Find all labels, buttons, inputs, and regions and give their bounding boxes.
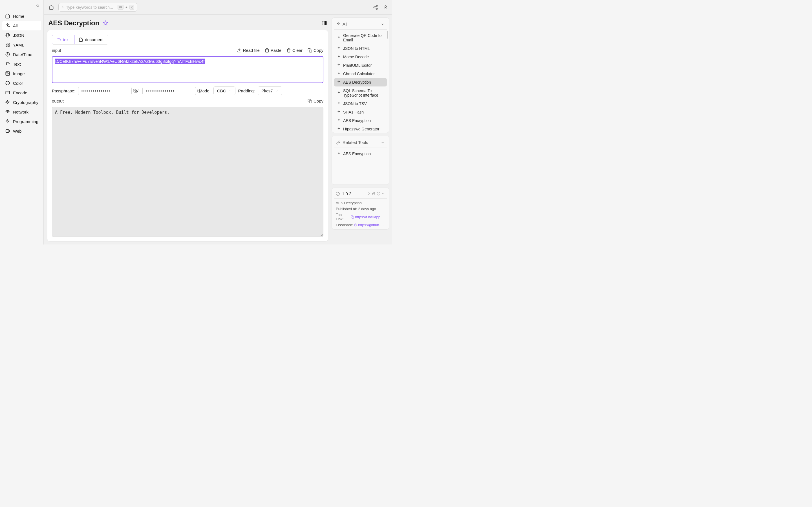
tool-link[interactable]: https://t.he3app.co… bbox=[355, 215, 385, 219]
nav-label: Home bbox=[13, 14, 24, 18]
copy-icon bbox=[308, 48, 312, 53]
chevron-down-icon[interactable] bbox=[380, 22, 385, 26]
tool-item-aes-decryption[interactable]: AES Decryption bbox=[334, 78, 387, 87]
mode-select[interactable]: CBC bbox=[213, 87, 236, 95]
sidebar-item-image[interactable]: Image bbox=[2, 69, 41, 78]
paste-icon bbox=[265, 48, 269, 53]
info-icon bbox=[336, 192, 340, 196]
share-button[interactable] bbox=[373, 5, 378, 10]
version-label: 1.0.2 bbox=[342, 191, 351, 196]
collapse-sidebar-button[interactable] bbox=[35, 2, 41, 9]
sparkle-icon bbox=[337, 119, 341, 122]
svg-point-23 bbox=[377, 192, 380, 195]
padding-select[interactable]: Pkcs7 bbox=[258, 87, 282, 95]
image-icon bbox=[5, 71, 10, 76]
info-name: AES Decryption bbox=[336, 201, 385, 205]
search-bar[interactable]: ⌘ + K bbox=[58, 3, 137, 11]
copy-icon[interactable] bbox=[351, 215, 354, 219]
trash-icon bbox=[287, 48, 291, 53]
bolt-icon bbox=[5, 100, 10, 105]
sidebar-item-json[interactable]: JSON bbox=[2, 31, 41, 40]
tool-item-morse[interactable]: Morse Decode bbox=[334, 53, 387, 61]
sparkle-icon bbox=[337, 72, 341, 76]
iv-label: IV: bbox=[135, 89, 140, 93]
favorite-button[interactable] bbox=[103, 20, 108, 26]
tool-item-sql-ts[interactable]: SQL Schema To TypeScript Interface bbox=[334, 87, 387, 100]
iv-input[interactable] bbox=[146, 89, 195, 93]
nav-label: Image bbox=[13, 71, 25, 76]
sparkle-icon bbox=[337, 110, 341, 114]
copy-input-button[interactable]: Copy bbox=[308, 48, 323, 53]
read-file-button[interactable]: Read file bbox=[237, 48, 260, 53]
passphrase-input[interactable] bbox=[81, 89, 131, 93]
tool-item-json-tsv[interactable]: JSON to TSV bbox=[334, 100, 387, 108]
iv-field[interactable] bbox=[142, 87, 196, 95]
nav-label: Programming bbox=[13, 119, 38, 124]
nav-label: All bbox=[13, 23, 18, 28]
tool-item-qr-email[interactable]: Generate QR Code for Email bbox=[334, 31, 387, 44]
tool-item-aes-encryption[interactable]: AES Encryption bbox=[334, 116, 387, 125]
svg-rect-2 bbox=[8, 43, 10, 45]
svg-point-15 bbox=[385, 6, 387, 7]
search-input[interactable] bbox=[66, 5, 115, 10]
color-icon bbox=[5, 80, 10, 86]
svg-point-11 bbox=[62, 6, 63, 8]
nav-label: Text bbox=[13, 62, 21, 66]
input-label: input bbox=[52, 48, 61, 53]
tool-item-plantuml[interactable]: PlantUML Editor bbox=[334, 61, 387, 69]
sidebar-item-all[interactable]: All bbox=[2, 21, 41, 31]
sidebar-item-web[interactable]: Web bbox=[2, 126, 41, 136]
chevron-down-icon[interactable] bbox=[382, 192, 385, 195]
svg-rect-17 bbox=[325, 21, 326, 25]
feedback-label: Feedback: bbox=[336, 223, 353, 227]
nav-label: Encode bbox=[13, 91, 28, 95]
scrollbar[interactable] bbox=[387, 31, 388, 39]
sparkle-icon bbox=[337, 91, 341, 95]
input-textarea[interactable]: D/CetKh7nw+lFu7rsvehRW1AeU6RwlZkzakA2AZI… bbox=[52, 56, 323, 83]
sparkle-icon bbox=[337, 102, 341, 106]
user-button[interactable] bbox=[383, 5, 388, 10]
output-textarea[interactable] bbox=[52, 107, 323, 237]
chevron-down-icon bbox=[275, 89, 278, 93]
clear-button[interactable]: Clear bbox=[287, 48, 303, 53]
sidebar-item-text[interactable]: Text bbox=[2, 59, 41, 69]
nav-label: Date/Time bbox=[13, 52, 33, 57]
padding-label: Padding: bbox=[238, 89, 255, 93]
sidebar-item-color[interactable]: Color bbox=[2, 78, 41, 88]
tool-item-chmod[interactable]: Chmod Calculator bbox=[334, 69, 387, 78]
sparkle-icon bbox=[337, 63, 341, 67]
tab-document[interactable]: document bbox=[74, 35, 108, 44]
sidebar-item-encode[interactable]: Encode bbox=[2, 88, 41, 98]
globe-icon bbox=[5, 128, 10, 133]
svg-point-13 bbox=[373, 6, 375, 8]
related-tool-aes-encryption[interactable]: AES Encryption bbox=[334, 150, 387, 158]
sidebar-item-datetime[interactable]: Date/Time bbox=[2, 50, 41, 59]
passphrase-field[interactable] bbox=[78, 87, 132, 95]
tool-item-json-html[interactable]: JSON to HTML bbox=[334, 44, 387, 53]
chevron-down-icon bbox=[229, 89, 232, 93]
sparkle-icon bbox=[337, 36, 341, 40]
sidebar-item-network[interactable]: Network bbox=[2, 107, 41, 117]
tool-item-sha1[interactable]: SHA1 Hash bbox=[334, 108, 387, 116]
tab-text[interactable]: text bbox=[52, 35, 74, 45]
home-button[interactable] bbox=[47, 3, 56, 11]
sidebar-item-cryptography[interactable]: Cryptography bbox=[2, 98, 41, 107]
sidebar-item-home[interactable]: Home bbox=[2, 11, 41, 21]
published-value: 2 days ago bbox=[358, 207, 376, 211]
sidebar-item-yaml[interactable]: YAML bbox=[2, 40, 41, 50]
yaml-icon bbox=[5, 42, 10, 47]
search-icon bbox=[61, 5, 64, 9]
tool-item-htpasswd[interactable]: Htpasswd Generator bbox=[334, 125, 387, 133]
copy-output-button[interactable]: Copy bbox=[308, 99, 323, 103]
kbd-hint: ⌘ + K bbox=[117, 5, 134, 10]
chevron-down-icon[interactable] bbox=[380, 140, 385, 145]
sparkle-icon bbox=[336, 22, 340, 26]
check-icon bbox=[377, 192, 380, 195]
svg-point-7 bbox=[6, 72, 7, 73]
feedback-link[interactable]: https://github.com/… bbox=[358, 223, 385, 227]
encode-icon bbox=[5, 90, 10, 95]
sidebar-item-programming[interactable]: Programming bbox=[2, 117, 41, 126]
panel-toggle-button[interactable] bbox=[321, 20, 327, 26]
home-icon bbox=[5, 13, 10, 18]
paste-button[interactable]: Paste bbox=[265, 48, 282, 53]
